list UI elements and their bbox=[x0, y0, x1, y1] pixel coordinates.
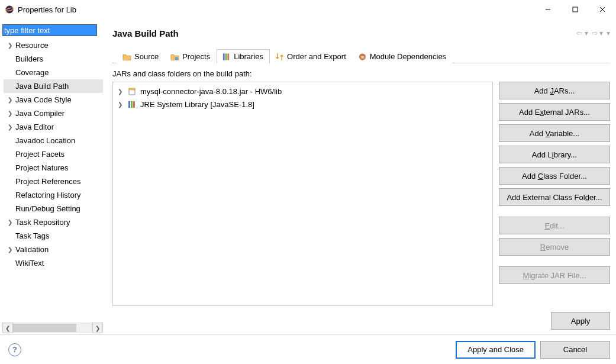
apply-and-close-button[interactable]: Apply and Close bbox=[456, 341, 536, 359]
order-icon bbox=[275, 52, 284, 61]
tab-label: Source bbox=[134, 52, 159, 61]
svg-rect-7 bbox=[223, 53, 225, 60]
category-tree[interactable]: ❯ResourceBuildersCoverageJava Build Path… bbox=[2, 38, 103, 319]
svg-rect-14 bbox=[128, 101, 130, 108]
sidebar-item-resource[interactable]: ❯Resource bbox=[4, 38, 103, 52]
nav-history: ⇦ ▾ ⇨ ▾ ▾ bbox=[576, 29, 610, 37]
sidebar-item-label: Project References bbox=[14, 177, 81, 186]
edit-button[interactable]: Edit... bbox=[499, 217, 610, 234]
sidebar-item-java-code-style[interactable]: ❯Java Code Style bbox=[4, 93, 103, 107]
tab-order[interactable]: Order and Export bbox=[270, 49, 353, 63]
library-item-label: mysql-connector-java-8.0.18.jar - HW6/li… bbox=[140, 87, 282, 96]
sidebar-item-label: Refactoring History bbox=[14, 191, 81, 199]
scroll-thumb[interactable] bbox=[13, 324, 76, 332]
add-class-folder-button[interactable]: Add Class Folder... bbox=[499, 167, 610, 185]
cancel-button[interactable]: Cancel bbox=[540, 341, 610, 359]
tab-libraries[interactable]: Libraries bbox=[217, 49, 270, 63]
module-icon: m bbox=[358, 52, 367, 61]
add-library-button[interactable]: Add Library... bbox=[499, 146, 610, 163]
libraries-tree[interactable]: ❯mysql-connector-java-8.0.18.jar - HW6/l… bbox=[112, 82, 493, 306]
sidebar-item-java-editor[interactable]: ❯Java Editor bbox=[4, 120, 103, 134]
window-title: Properties for Lib bbox=[18, 5, 76, 14]
titlebar: Properties for Lib bbox=[0, 0, 616, 19]
add-variable-button[interactable]: Add Variable... bbox=[499, 124, 610, 142]
library-tree-item[interactable]: ❯mysql-connector-java-8.0.18.jar - HW6/l… bbox=[117, 85, 489, 98]
expand-arrow-icon: ❯ bbox=[6, 246, 14, 253]
sidebar-item-label: Builders bbox=[14, 54, 43, 63]
sidebar-item-label: Project Facets bbox=[14, 150, 64, 159]
nav-back-button[interactable]: ⇦ ▾ bbox=[576, 29, 588, 37]
add-external-class-folder-button[interactable]: Add External Class Folder... bbox=[499, 188, 610, 206]
tab-projects[interactable]: Projects bbox=[165, 49, 217, 63]
remove-button[interactable]: Remove bbox=[499, 238, 610, 256]
page-title: Java Build Path bbox=[112, 28, 179, 38]
help-icon[interactable]: ? bbox=[8, 343, 21, 356]
sidebar-item-java-build-path[interactable]: Java Build Path bbox=[4, 79, 103, 93]
window-close-button[interactable] bbox=[589, 0, 616, 19]
sidebar-item-label: Resource bbox=[14, 41, 49, 50]
window-minimize-button[interactable] bbox=[534, 0, 562, 19]
sidebar-item-java-compiler[interactable]: ❯Java Compiler bbox=[4, 107, 103, 120]
scroll-left-button[interactable]: ❮ bbox=[2, 323, 13, 333]
sidebar-item-project-facets[interactable]: Project Facets bbox=[4, 147, 103, 161]
sidebar-item-builders[interactable]: Builders bbox=[4, 52, 103, 66]
add-external-jars-button[interactable]: Add External JARs... bbox=[499, 103, 610, 121]
apply-button[interactable]: Apply bbox=[551, 312, 610, 330]
sidebar-item-run-debug-setting[interactable]: Run/Debug Setting bbox=[4, 202, 103, 215]
expand-arrow-icon: ❯ bbox=[6, 124, 14, 130]
window-maximize-button[interactable] bbox=[562, 0, 589, 19]
expand-arrow-icon: ❯ bbox=[117, 88, 124, 95]
tab-label: Order and Export bbox=[287, 52, 346, 61]
sidebar-item-label: Validation bbox=[14, 245, 49, 254]
expand-arrow-icon: ❯ bbox=[6, 110, 14, 117]
expand-arrow-icon: ❯ bbox=[6, 96, 14, 103]
sidebar-item-javadoc-location[interactable]: Javadoc Location bbox=[4, 134, 103, 147]
sidebar-item-project-natures[interactable]: Project Natures bbox=[4, 161, 103, 175]
projects-icon bbox=[170, 52, 179, 61]
dialog-footer: ? Apply and Close Cancel bbox=[0, 334, 616, 364]
sidebar-item-task-repository[interactable]: ❯Task Repository bbox=[4, 215, 103, 229]
sidebar-item-label: Java Code Style bbox=[14, 95, 72, 104]
tab-bar: SourceProjectsLibrariesOrder and Exportm… bbox=[112, 48, 610, 63]
sidebar-item-label: WikiText bbox=[14, 259, 44, 268]
library-tree-item[interactable]: ❯JRE System Library [JavaSE-1.8] bbox=[117, 98, 489, 111]
sidebar-item-label: Task Tags bbox=[14, 231, 50, 240]
filter-input[interactable] bbox=[2, 24, 97, 36]
sidebar-item-label: Java Editor bbox=[14, 123, 54, 131]
sidebar-item-label: Run/Debug Setting bbox=[14, 204, 80, 213]
sidebar-item-label: Javadoc Location bbox=[14, 136, 75, 145]
sidebar: ❯ResourceBuildersCoverageJava Build Path… bbox=[0, 20, 105, 334]
source-folder-icon bbox=[122, 52, 131, 61]
svg-rect-8 bbox=[225, 53, 227, 60]
nav-menu-button[interactable]: ▾ bbox=[607, 29, 610, 37]
sidebar-item-coverage[interactable]: Coverage bbox=[4, 66, 103, 79]
tab-label: Projects bbox=[182, 52, 210, 61]
add-jars-button[interactable]: Add JARs... bbox=[499, 82, 610, 99]
library-icon bbox=[222, 52, 231, 61]
expand-arrow-icon: ❯ bbox=[6, 219, 14, 226]
tab-source[interactable]: Source bbox=[117, 49, 165, 63]
library-stack-icon bbox=[127, 99, 137, 109]
action-button-column: Add JARs... Add External JARs... Add Var… bbox=[499, 82, 610, 306]
nav-forward-button[interactable]: ⇨ ▾ bbox=[592, 29, 603, 37]
sidebar-item-validation[interactable]: ❯Validation bbox=[4, 243, 103, 256]
sidebar-item-label: Project Natures bbox=[14, 163, 69, 172]
expand-arrow-icon: ❯ bbox=[117, 101, 124, 108]
svg-point-6 bbox=[175, 57, 179, 60]
svg-rect-3 bbox=[573, 7, 578, 12]
scroll-right-button[interactable]: ❯ bbox=[92, 323, 103, 333]
sidebar-item-wikitext[interactable]: WikiText bbox=[4, 256, 103, 270]
migrate-jar-button[interactable]: Migrate JAR File... bbox=[499, 266, 610, 284]
tab-label: Module Dependencies bbox=[370, 52, 446, 61]
svg-rect-13 bbox=[129, 88, 135, 90]
sidebar-item-refactoring-history[interactable]: Refactoring History bbox=[4, 188, 103, 202]
sidebar-item-project-references[interactable]: Project References bbox=[4, 175, 103, 188]
expand-arrow-icon: ❯ bbox=[6, 42, 14, 49]
sidebar-scrollbar[interactable]: ❮ ❯ bbox=[2, 323, 103, 333]
sidebar-item-task-tags[interactable]: Task Tags bbox=[4, 229, 103, 243]
tab-modules[interactable]: mModule Dependencies bbox=[353, 49, 453, 63]
svg-rect-16 bbox=[133, 101, 135, 108]
scroll-track[interactable] bbox=[13, 323, 92, 333]
eclipse-icon bbox=[5, 5, 14, 14]
library-item-label: JRE System Library [JavaSE-1.8] bbox=[140, 100, 254, 109]
